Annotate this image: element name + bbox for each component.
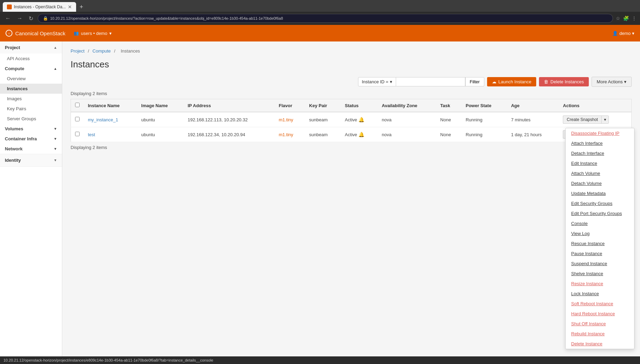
row-task: None [436,127,461,142]
filter-button[interactable]: Filter [465,77,484,86]
action-dropdown-toggle[interactable]: ▾ [601,115,609,124]
new-tab-btn[interactable]: + [77,3,85,11]
sidebar-item-overview[interactable]: Overview [0,74,62,84]
menu-btn[interactable]: ⋮ [632,16,637,21]
filter-input[interactable] [396,77,465,86]
app-header: ○ Canonical OpenStack 👥 users • demo ▾ 👤… [0,25,640,41]
sidebar-volumes-header[interactable]: Volumes ▼ [0,124,62,134]
dropdown-item[interactable]: Edit Security Groups [566,198,634,208]
filter-select-chevron-icon: ▾ [390,79,392,84]
row-checkbox-cell[interactable] [71,127,84,142]
col-key-pair: Key Pair [305,99,341,112]
row-key-pair: sunbeam [305,112,341,127]
bookmark-btn[interactable]: ☆ [616,16,620,21]
instance-name-link[interactable]: test [88,132,95,137]
select-all-header[interactable] [71,99,84,112]
volumes-chevron-icon: ▼ [54,127,57,131]
delete-instances-button[interactable]: 🗑 Delete Instances [539,77,589,86]
user-label: demo [619,31,631,36]
dropdown-item[interactable]: Edit Port Security Groups [566,208,634,218]
col-task: Task [436,99,461,112]
row-status: Active 🔔 [341,127,378,142]
dropdown-item[interactable]: Suspend Instance [566,259,634,269]
dropdown-item[interactable]: Rescue Instance [566,239,634,249]
filter-select[interactable]: Instance ID = ▾ [358,77,396,86]
actions-dropdown-menu: Disassociate Floating IPAttach Interface… [565,128,634,349]
openstack-logo-icon: ○ [6,30,12,37]
dropdown-item[interactable]: Update Metadata [566,188,634,198]
forward-btn[interactable]: → [15,15,24,22]
row-instance-name: test [84,127,137,142]
dropdown-item[interactable]: Detach Interface [566,148,634,158]
dropdown-item[interactable]: Lock Instance [566,289,634,299]
sidebar-item-images[interactable]: Images [0,94,62,104]
sidebar-network-header[interactable]: Network ▼ [0,144,62,154]
extensions-btn[interactable]: 🧩 [623,16,629,21]
row-checkbox[interactable] [75,132,80,136]
row-ip-address: 192.168.122.113, 10.20.20.32 [183,112,274,127]
browser-nav: ← → ↻ 🔒 10.20.21.12/openstack-horizon/pr… [0,12,640,25]
breadcrumb: Project / Compute / Instances [71,48,632,54]
browser-chrome: Instances - OpenStack Da... ✕ + ← → ↻ 🔒 … [0,0,640,25]
breadcrumb-project[interactable]: Project [71,48,84,54]
flavor-link[interactable]: m1.tiny [279,132,293,137]
instances-table: Instance Name Image Name IP Address Flav… [71,99,632,142]
sidebar-item-key-pairs[interactable]: Key Pairs [0,104,62,114]
row-ip-address: 192.168.122.34, 10.20.20.94 [183,127,274,142]
row-instance-name: my_instance_1 [84,112,137,127]
breadcrumb-compute[interactable]: Compute [92,48,111,54]
dropdown-item[interactable]: Console [566,218,634,228]
sidebar: Project ▲ API Access Compute ▲ Overview … [0,41,62,364]
network-chevron-icon: ▼ [54,147,57,151]
filter-group: Instance ID = ▾ Filter [358,77,484,86]
sidebar-item-server-groups[interactable]: Server Groups [0,114,62,124]
launch-instance-button[interactable]: ☁ Launch Instance [487,77,536,86]
sidebar-section-project: Project ▲ API Access Compute ▲ Overview … [0,41,62,154]
dropdown-item[interactable]: Resize Instance [566,279,634,289]
project-label: Project [5,45,20,50]
dropdown-item[interactable]: Delete Instance [566,339,634,349]
status-icon: 🔔 [358,117,364,122]
create-snapshot-btn[interactable]: Create Snapshot [563,115,601,124]
sidebar-identity-header[interactable]: Identity ▼ [0,154,62,166]
reload-btn[interactable]: ↻ [27,15,35,22]
dropdown-item[interactable]: Soft Reboot Instance [566,299,634,309]
dropdown-item[interactable]: Shut Off Instance [566,319,634,329]
sidebar-item-api-access[interactable]: API Access [0,54,62,64]
sidebar-section-identity: Identity ▼ [0,154,62,167]
identity-chevron-icon: ▼ [54,158,57,162]
dropdown-item[interactable]: Detach Volume [566,178,634,188]
dropdown-item[interactable]: Edit Instance [566,158,634,168]
compute-chevron-icon: ▲ [54,67,57,71]
sidebar-item-instances[interactable]: Instances [0,84,62,94]
dropdown-item[interactable]: Attach Volume [566,168,634,178]
header-users[interactable]: 👥 users • demo ▾ [74,31,112,36]
col-instance-name: Instance Name [84,99,137,112]
row-power-state: Running [461,127,507,142]
instance-name-link[interactable]: my_instance_1 [88,117,118,122]
col-actions: Actions [559,99,631,112]
user-menu[interactable]: 👤 demo ▾ [612,31,634,36]
select-all-checkbox[interactable] [75,103,80,107]
row-checkbox[interactable] [75,117,80,121]
dropdown-item[interactable]: Disassociate Floating IP [566,128,634,138]
address-bar[interactable]: 🔒 10.20.21.12/openstack-horizon/project/… [38,14,613,23]
dropdown-item[interactable]: Attach Interface [566,138,634,148]
row-actions[interactable]: Create Snapshot ▾ [559,112,631,127]
row-checkbox-cell[interactable] [71,112,84,127]
sidebar-compute-header[interactable]: Compute ▲ [0,64,62,74]
back-btn[interactable]: ← [3,15,12,22]
browser-tab[interactable]: Instances - OpenStack Da... ✕ [3,2,76,12]
dropdown-item[interactable]: Shelve Instance [566,269,634,279]
sidebar-project-header[interactable]: Project ▲ [0,41,62,54]
dropdown-item[interactable]: View Log [566,228,634,239]
more-actions-button[interactable]: More Actions ▾ [592,77,632,87]
dropdown-item[interactable]: Pause Instance [566,249,634,259]
flavor-link[interactable]: m1.tiny [279,117,293,122]
dropdown-item[interactable]: Hard Reboot Instance [566,309,634,319]
tab-close-btn[interactable]: ✕ [68,4,72,10]
dropdown-item[interactable]: Rebuild Instance [566,329,634,339]
row-age: 1 day, 21 hours [507,127,559,142]
sidebar-container-infra-header[interactable]: Container Infra ▼ [0,134,62,144]
tab-favicon [7,4,12,9]
